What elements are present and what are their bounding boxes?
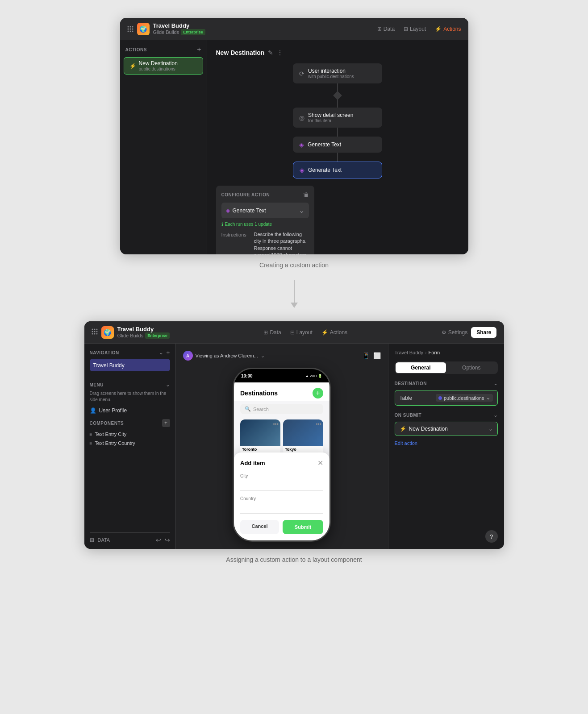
modal-close-button[interactable]: ✕ (317, 459, 323, 467)
flow-title-text: New Destination (216, 49, 265, 56)
trigger-label: User interaction (308, 68, 354, 74)
phone-status-icons: ▲ WiFi 🔋 (305, 374, 322, 378)
top-card-body: ACTIONS + ⚡ New Destination public.desti… (120, 40, 468, 254)
components-section: COMPONENTS + ≡ Text Entry City ≡ Text En… (90, 419, 170, 448)
instructions-row: Instructions Describe the following city… (221, 231, 309, 254)
destination-config-section: DESTINATION ⌄ Table public.destinations … (395, 380, 498, 406)
tokyo-more-icon[interactable]: ••• (316, 421, 321, 428)
components-header: COMPONENTS + (90, 419, 170, 427)
destination-chevron-icon: ⌄ (493, 380, 498, 386)
component-country-label: Text Entry Country (95, 440, 135, 446)
add-action-button[interactable]: + (197, 46, 201, 54)
nav-item-travel-buddy[interactable]: Travel Buddy (90, 359, 170, 371)
general-tab[interactable]: General (396, 362, 446, 373)
nav-data[interactable]: ⊞ Data (377, 26, 395, 32)
grid-icon: ⊞ (377, 26, 382, 32)
country-field: Country (240, 496, 323, 514)
menu-drag-hint: Drag screens here to show them in the si… (90, 390, 170, 403)
on-submit-select[interactable]: ⚡ New Destination ⌄ (395, 422, 498, 436)
add-nav-button[interactable]: + (166, 349, 170, 356)
settings-button[interactable]: ⚙ Settings (442, 329, 467, 336)
component-text-entry-city[interactable]: ≡ Text Entry City (90, 430, 170, 439)
edit-icon[interactable]: ✎ (268, 49, 273, 56)
menu-item-user-profile[interactable]: 👤 User Profile (90, 406, 170, 415)
delete-icon[interactable]: 🗑 (303, 191, 309, 198)
table-select[interactable]: Table public.destinations ⌄ (395, 390, 498, 406)
country-field-label: Country (240, 496, 323, 501)
data-footer-icon: ⊞ (90, 537, 94, 543)
redo-icon[interactable]: ↪ (165, 536, 170, 544)
viewing-as-indicator: A Viewing as Andrew Clarem... ⌄ (183, 351, 265, 361)
phone-notch: 10:00 ▲ WiFi 🔋 (234, 369, 329, 382)
generate-text-label-2: Generate Text (308, 167, 342, 173)
detail-sub: for this item (308, 118, 353, 123)
toronto-more-icon[interactable]: ••• (273, 421, 279, 428)
sidebar-item-new-destination[interactable]: ⚡ New Destination public.destinations (124, 57, 203, 75)
arrow-line (294, 280, 295, 303)
app-info: Travel Buddy Glide Builds Enterprise (153, 22, 205, 35)
bottom-card-header: 🌍 Travel Buddy Glide Builds Enterprise ⊞… (84, 321, 504, 344)
undo-icon[interactable]: ↩ (156, 536, 161, 544)
component-text-entry-country[interactable]: ≡ Text Entry Country (90, 439, 170, 448)
on-submit-section-header[interactable]: ON SUBMIT ⌄ (395, 412, 498, 418)
phone-preview-area: A Viewing as Andrew Clarem... ⌄ 📱 ⬜ 10:0… (176, 344, 388, 549)
city-field: City (240, 473, 323, 491)
component-city-label: Text Entry City (95, 432, 126, 437)
toronto-card[interactable]: Toronto Canada ••• (240, 419, 280, 455)
phone-icon[interactable]: 📱 (362, 352, 370, 359)
more-options-icon[interactable]: ⋮ (277, 49, 283, 56)
edit-action-link[interactable]: Edit action (395, 440, 417, 446)
instructions-label: Instructions (221, 231, 250, 237)
options-tab[interactable]: Options (446, 362, 497, 373)
bottom-nav-data[interactable]: ⊞ Data (263, 329, 281, 336)
gear-icon: ⚙ (442, 329, 446, 336)
svg-point-14 (96, 331, 97, 332)
trigger-node[interactable]: ⟳ User interaction with public.destinati… (293, 63, 382, 83)
components-title: COMPONENTS (90, 421, 124, 426)
phone-content: Destinations + 🔍 Search Toronto Canada •… (234, 382, 329, 540)
configure-header: CONFIGURE ACTION 🗑 (221, 191, 309, 198)
destination-section-header[interactable]: DESTINATION ⌄ (395, 380, 498, 386)
tablet-icon[interactable]: ⬜ (373, 352, 381, 359)
chevron-down-icon: ⌄ (299, 206, 304, 215)
instructions-value[interactable]: Describe the following city in three par… (254, 231, 309, 254)
menu-section: MENU ⌄ Drag screens here to show them in… (90, 382, 170, 415)
destinations-title: Destinations (240, 390, 278, 397)
menu-section-header: MENU ⌄ (90, 382, 170, 388)
action-type-select[interactable]: ◈ Generate Text ⌄ (221, 203, 309, 218)
on-submit-section-title: ON SUBMIT (395, 413, 422, 418)
generate-text-node-1[interactable]: ◈ Generate Text (293, 137, 382, 153)
cancel-button[interactable]: Cancel (240, 520, 279, 534)
data-footer-label: DATA (98, 537, 110, 543)
destinations-header: Destinations + (234, 382, 329, 401)
svg-point-10 (94, 328, 95, 330)
on-submit-config-section: ON SUBMIT ⌄ ⚡ New Destination ⌄ Edit act… (395, 412, 498, 447)
share-button[interactable]: Share (471, 327, 496, 338)
svg-point-1 (129, 26, 131, 27)
search-bar[interactable]: 🔍 Search (240, 404, 323, 414)
generate-text-node-2[interactable]: ◈ Generate Text (293, 162, 382, 178)
add-component-button[interactable]: + (162, 419, 170, 427)
nav-section-header: NAVIGATION ⌄ + (90, 349, 170, 356)
add-destination-button[interactable]: + (313, 388, 323, 399)
detail-label: Show detail screen (308, 112, 353, 118)
bolt-icon: ⚡ (435, 26, 442, 32)
bottom-app-name: Travel Buddy (117, 326, 170, 332)
text-entry-icon-2: ≡ (90, 441, 92, 446)
preview-toolbar: A Viewing as Andrew Clarem... ⌄ 📱 ⬜ (183, 351, 381, 361)
diamond-connector (333, 91, 342, 100)
bottom-nav-layout[interactable]: ⊟ Layout (290, 329, 313, 336)
breadcrumb-sep: › (425, 350, 427, 355)
nav-layout[interactable]: ⊟ Layout (404, 26, 426, 32)
configure-action-panel: CONFIGURE ACTION 🗑 ◈ Generate Text ⌄ ℹ E… (216, 186, 314, 254)
country-input[interactable] (240, 503, 323, 514)
city-input[interactable] (240, 480, 323, 491)
text-entry-icon-1: ≡ (90, 432, 92, 437)
help-button[interactable]: ? (485, 530, 498, 543)
show-detail-node[interactable]: ◎ Show detail screen for this item (293, 108, 382, 128)
bottom-nav-actions[interactable]: ⚡ Actions (321, 329, 347, 336)
top-nav: ⊞ Data ⊟ Layout ⚡ Actions (377, 26, 461, 32)
tokyo-card[interactable]: Tokyo Japan ••• (283, 419, 323, 455)
submit-button[interactable]: Submit (283, 520, 323, 534)
nav-actions[interactable]: ⚡ Actions (435, 26, 461, 32)
